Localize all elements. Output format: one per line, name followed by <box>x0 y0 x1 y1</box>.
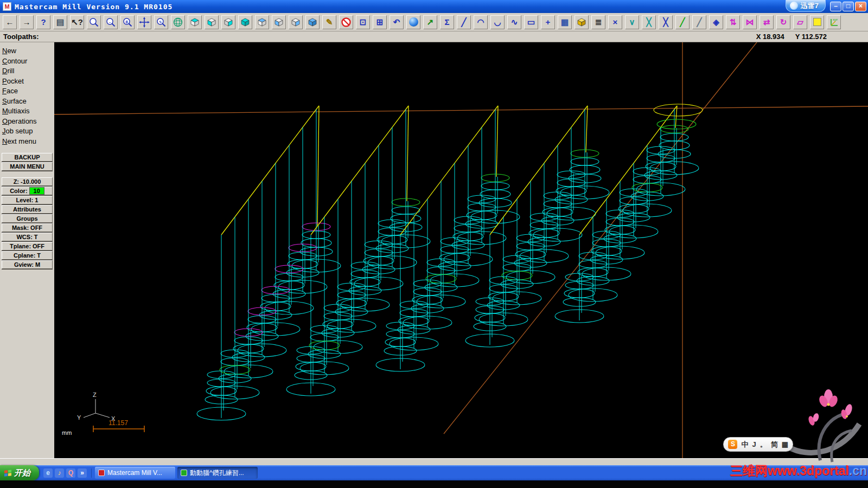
close-button[interactable]: × <box>855 2 866 11</box>
zoom-target-icon[interactable]: - <box>104 15 118 29</box>
sidebar-item-operations[interactable]: Operations <box>0 117 54 127</box>
create-solid-box-icon[interactable] <box>575 15 589 29</box>
status-wcs[interactable]: WCS:T <box>2 233 53 241</box>
quicklaunch-media-icon[interactable]: ♪ <box>55 468 64 478</box>
status-cplane[interactable]: Cplane:T <box>2 251 53 260</box>
app-icon[interactable]: M <box>3 2 11 11</box>
gview-top-icon[interactable] <box>188 15 202 29</box>
shade-icon[interactable] <box>406 15 420 29</box>
create-fillet-icon[interactable]: ◡ <box>490 15 505 29</box>
create-surface-icon[interactable]: ▦ <box>558 15 572 29</box>
gview-iso-icon[interactable] <box>238 15 252 29</box>
cplane-iso-icon[interactable] <box>305 15 320 29</box>
status-groups[interactable]: Groups <box>2 214 53 223</box>
trim-break-icon[interactable]: ╳ <box>659 15 673 29</box>
xform-rotate-icon[interactable]: ↻ <box>776 15 790 29</box>
status-tplane[interactable]: Tplane:OFF <box>2 242 53 251</box>
status-label: WCS: <box>16 234 32 240</box>
cplane-top-icon[interactable] <box>255 15 269 29</box>
back-icon[interactable]: ← <box>3 15 17 29</box>
sidebar-item-multiaxis[interactable]: Multiaxis <box>0 107 54 117</box>
quicklaunch-qq-icon[interactable]: Q <box>66 468 75 478</box>
status-gview[interactable]: Gview:M <box>2 260 53 269</box>
status-label: Mask: <box>12 224 29 231</box>
taskbar-task-2[interactable]: 動動腦^鑽孔練習... <box>177 467 258 479</box>
sidebar-item-surface[interactable]: Surface <box>0 97 54 107</box>
taskbar-task-1[interactable]: Mastercam Mill V... <box>95 467 175 479</box>
gview-dynamic-icon[interactable] <box>171 15 185 29</box>
sidebar-button-backup[interactable]: BACKUP <box>2 153 53 162</box>
cplane-front-icon[interactable] <box>272 15 286 29</box>
undo-icon[interactable]: ↶ <box>390 15 404 29</box>
xform-mirror-icon[interactable]: ⋈ <box>743 15 757 29</box>
quicklaunch-ie-icon[interactable]: e <box>43 468 53 478</box>
status-value: T <box>34 234 38 240</box>
screen-multi-icon[interactable]: ⊞ <box>373 15 387 29</box>
ime-item-5[interactable]: ▦ <box>782 440 788 448</box>
analyze-icon[interactable]: ▤ <box>53 15 67 29</box>
svg-text:-: - <box>109 19 111 24</box>
sketch-icon[interactable]: ✎ <box>322 15 336 29</box>
chamfer-line-icon[interactable]: ╱ <box>692 15 706 29</box>
status-label: Color: <box>10 188 27 194</box>
screen-blank-icon[interactable]: ⊡ <box>356 15 370 29</box>
ime-item-1[interactable]: 中 <box>741 440 748 450</box>
graphics-viewport[interactable]: ZYX11.157mm <box>54 42 868 458</box>
sidebar-item-face[interactable]: Face <box>0 87 54 97</box>
delete-icon[interactable] <box>339 15 353 29</box>
sidebar-item-pocket[interactable]: Pocket <box>0 77 54 87</box>
status-level[interactable]: Level:1 <box>2 196 53 204</box>
help-icon[interactable]: ? <box>36 15 50 29</box>
solids-icon[interactable]: Σ <box>440 15 454 29</box>
sidebar-item-new[interactable]: New <box>0 47 54 57</box>
minimize-button[interactable]: – <box>830 2 841 11</box>
create-rectangle-icon[interactable]: ▭ <box>524 15 538 29</box>
quicklaunch-more-icon[interactable]: » <box>78 468 87 478</box>
gview-side-icon[interactable] <box>221 15 235 29</box>
xform-translate-icon[interactable]: ⇄ <box>760 15 774 29</box>
xform-tf-icon[interactable]: ⇅ <box>726 15 740 29</box>
status-color[interactable]: Color:10 <box>2 187 53 195</box>
create-point-icon[interactable]: + <box>541 15 555 29</box>
sidebar-item-drill[interactable]: Drill <box>0 67 54 77</box>
sidebar-item-contour[interactable]: Contour <box>0 57 54 67</box>
status-attributes[interactable]: Attributes <box>2 205 53 214</box>
xform-solid-icon[interactable]: ↗ <box>423 15 437 29</box>
ime-item-3[interactable]: 。 <box>760 440 767 450</box>
sidebar-item-next-menu[interactable]: Next menu <box>0 137 54 147</box>
status-z[interactable]: Z:-10.000 <box>2 177 53 186</box>
zoom-window-icon[interactable] <box>87 15 101 29</box>
status-mask[interactable]: Mask:OFF <box>2 223 53 232</box>
gview-front-icon[interactable] <box>205 15 219 29</box>
forward-icon[interactable]: → <box>20 15 34 29</box>
create-spline-icon[interactable]: ∿ <box>507 15 521 29</box>
create-line-icon[interactable]: ╱ <box>457 15 471 29</box>
xform-scale-icon[interactable]: ▱ <box>793 15 807 29</box>
sidebar-item-job-setup[interactable]: Job setup <box>0 127 54 137</box>
pan-icon[interactable] <box>137 15 151 29</box>
trim-icon[interactable]: × <box>608 15 622 29</box>
fillet-line-icon[interactable]: ╱ <box>675 15 690 29</box>
whats-this-icon[interactable]: ↖? <box>70 15 84 29</box>
repaint-icon[interactable]: ϟ <box>154 15 168 29</box>
ime-bar[interactable]: S中J。简▦ <box>723 437 793 452</box>
sidebar-button-main-menu[interactable]: MAIN MENU <box>2 162 53 171</box>
xunlei-overlay[interactable]: 迅雷7 <box>786 0 826 12</box>
operations-manager-icon[interactable]: ≣ <box>591 15 605 29</box>
xform-icon[interactable]: ◈ <box>709 15 723 29</box>
maximize-button[interactable]: □ <box>843 2 854 11</box>
zoom-scale-08-icon[interactable]: 8 <box>120 15 135 29</box>
ime-item-4[interactable]: 简 <box>771 440 778 450</box>
ime-logo[interactable]: S <box>728 440 737 449</box>
ime-item-2[interactable]: J <box>752 440 756 448</box>
stretch-icon[interactable] <box>810 15 824 29</box>
task-label: 動動腦^鑽孔練習... <box>190 468 244 478</box>
wcs-axes-icon[interactable]: xyz <box>827 15 841 29</box>
trim-divide-icon[interactable]: ╳ <box>642 15 656 29</box>
start-button[interactable]: 开始 <box>0 465 39 480</box>
viewport-canvas[interactable]: ZYX11.157mm <box>54 42 868 458</box>
trim-extend-icon[interactable]: ∨ <box>625 15 639 29</box>
status-label: Tplane: <box>10 243 31 249</box>
create-arc-icon[interactable]: ◠ <box>474 15 488 29</box>
cplane-side-icon[interactable] <box>289 15 303 29</box>
